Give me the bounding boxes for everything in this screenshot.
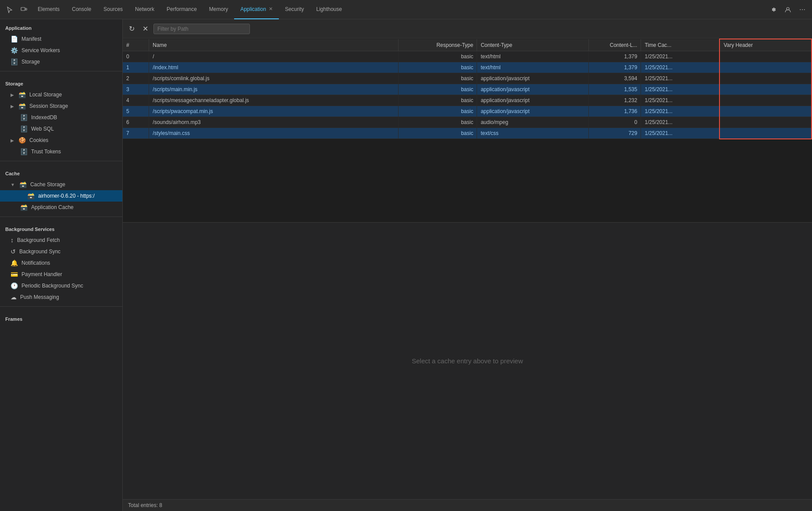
cookies-icon: 🍪 — [18, 137, 26, 144]
cache-storage-icon: 🗃️ — [19, 181, 27, 188]
filter-bar: ↻ ✕ — [123, 19, 812, 39]
toolbar-right: ⋯ — [767, 4, 808, 15]
table-row[interactable]: 5/scripts/pwacompat.min.jsbasicapplicati… — [123, 106, 812, 117]
more-icon-btn[interactable]: ⋯ — [797, 4, 808, 15]
bg-fetch-icon: ↕ — [11, 237, 14, 244]
table-row[interactable]: 3/scripts/main.min.jsbasicapplication/ja… — [123, 84, 812, 95]
sidebar-section-application: Application — [0, 19, 122, 33]
local-storage-icon: 🗃️ — [18, 91, 26, 98]
sidebar-item-web-sql[interactable]: 🗄️ Web SQL — [0, 123, 122, 135]
content-footer: Total entries: 8 — [123, 499, 812, 511]
manifest-icon: 📄 — [11, 35, 18, 43]
bg-sync-icon: ↺ — [11, 248, 16, 255]
table-row[interactable]: 7/styles/main.cssbasictext/css7291/25/20… — [123, 128, 812, 139]
sidebar-item-bg-sync[interactable]: ↺ Background Sync — [0, 246, 122, 257]
divider-1 — [0, 71, 122, 71]
service-workers-icon: ⚙️ — [11, 47, 18, 54]
preview-area: Select a cache entry above to preview — [123, 223, 812, 499]
top-toolbar: Elements Console Sources Network Perform… — [0, 0, 812, 19]
sidebar-item-periodic-bg-sync[interactable]: 🕐 Periodic Background Sync — [0, 280, 122, 291]
sidebar-item-indexeddb[interactable]: 🗄️ IndexedDB — [0, 112, 122, 123]
col-header-vary[interactable]: Vary Header — [719, 39, 812, 51]
tab-application-close[interactable]: ✕ — [269, 6, 273, 12]
tab-performance[interactable]: Performance — [160, 0, 203, 19]
sidebar-section-cache: Cache — [0, 165, 122, 179]
col-header-content-type[interactable]: Content-Type — [477, 39, 588, 51]
periodic-bg-sync-icon: 🕐 — [11, 282, 18, 289]
table-row[interactable]: 6/sounds/airhorn.mp3basicaudio/mpeg01/25… — [123, 117, 812, 128]
tab-console[interactable]: Console — [66, 0, 97, 19]
payment-handler-icon: 💳 — [11, 271, 18, 278]
svg-rect-0 — [21, 7, 25, 11]
tab-application[interactable]: Application ✕ — [234, 0, 279, 19]
expand-arrow-session: ▶ — [11, 104, 14, 109]
web-sql-icon: 🗄️ — [20, 125, 28, 132]
col-header-num[interactable]: # — [123, 39, 149, 51]
sidebar-section-bg-services: Background Services — [0, 220, 122, 234]
tab-sources[interactable]: Sources — [97, 0, 129, 19]
airhorner-icon: 🗃️ — [27, 192, 35, 199]
tab-network[interactable]: Network — [129, 0, 160, 19]
sidebar-item-airhorner[interactable]: 🗃️ airhorner-0.6.20 - https:/ — [0, 190, 122, 202]
session-storage-icon: 🗃️ — [18, 103, 26, 110]
divider-2 — [0, 161, 122, 161]
tab-memory[interactable]: Memory — [203, 0, 234, 19]
expand-arrow-cache: ▼ — [11, 182, 15, 187]
tab-security[interactable]: Security — [279, 0, 310, 19]
indexeddb-icon: 🗄️ — [20, 114, 28, 121]
clear-button[interactable]: ✕ — [140, 23, 151, 34]
divider-4 — [0, 306, 122, 307]
table-row[interactable]: 1/index.htmlbasictext/html1,3791/25/2021… — [123, 62, 812, 73]
sidebar-item-cookies[interactable]: ▶ 🍪 Cookies — [0, 135, 122, 146]
sidebar-item-bg-fetch[interactable]: ↕ Background Fetch — [0, 234, 122, 246]
tab-bar: Elements Console Sources Network Perform… — [32, 0, 765, 19]
storage-icon: 🗄️ — [11, 58, 18, 65]
sidebar-item-push-messaging[interactable]: ☁ Push Messaging — [0, 291, 122, 303]
refresh-button[interactable]: ↻ — [126, 23, 137, 34]
sidebar-section-frames: Frames — [0, 310, 122, 324]
expand-arrow-cookies: ▶ — [11, 138, 14, 143]
sidebar-item-notifications[interactable]: 🔔 Notifications — [0, 257, 122, 269]
cache-table-container: # Name Response-Type Content-Type Conten… — [123, 39, 812, 223]
sidebar-item-storage[interactable]: 🗄️ Storage — [0, 56, 122, 67]
table-row[interactable]: 4/scripts/messagechanneladapter.global.j… — [123, 95, 812, 106]
sidebar-item-service-workers[interactable]: ⚙️ Service Workers — [0, 45, 122, 56]
sidebar-section-storage: Storage — [0, 75, 122, 89]
device-icon-btn[interactable] — [18, 4, 30, 15]
svg-rect-1 — [25, 8, 27, 10]
sidebar-item-session-storage[interactable]: ▶ 🗃️ Session Storage — [0, 100, 122, 112]
main-layout: Application 📄 Manifest ⚙️ Service Worker… — [0, 19, 812, 511]
sidebar: Application 📄 Manifest ⚙️ Service Worker… — [0, 19, 123, 511]
sidebar-item-payment-handler[interactable]: 💳 Payment Handler — [0, 269, 122, 280]
content-area: ↻ ✕ # Name Response-Type Content-Type Co… — [123, 19, 812, 511]
sidebar-item-cache-storage[interactable]: ▼ 🗃️ Cache Storage — [0, 179, 122, 190]
sidebar-item-manifest[interactable]: 📄 Manifest — [0, 33, 122, 45]
col-header-name[interactable]: Name — [149, 39, 399, 51]
cache-table: # Name Response-Type Content-Type Conten… — [123, 39, 812, 139]
trust-tokens-icon: 🗄️ — [20, 148, 28, 155]
push-messaging-icon: ☁ — [11, 294, 17, 301]
cursor-icon-btn[interactable] — [4, 4, 16, 15]
app-cache-icon: 🗃️ — [20, 204, 28, 211]
sidebar-item-trust-tokens[interactable]: 🗄️ Trust Tokens — [0, 146, 122, 157]
table-row[interactable]: 0/basictext/html1,3791/25/2021... — [123, 51, 812, 62]
notifications-icon: 🔔 — [11, 259, 18, 266]
tab-elements[interactable]: Elements — [32, 0, 66, 19]
total-entries-label: Total entries: 8 — [128, 502, 162, 508]
table-row[interactable]: 2/scripts/comlink.global.jsbasicapplicat… — [123, 73, 812, 84]
filter-input[interactable] — [153, 24, 250, 34]
sidebar-item-app-cache[interactable]: 🗃️ Application Cache — [0, 202, 122, 213]
expand-arrow-local: ▶ — [11, 92, 14, 97]
col-header-response[interactable]: Response-Type — [398, 39, 477, 51]
col-header-time-cached[interactable]: Time Cac... — [641, 39, 720, 51]
col-header-content-length[interactable]: Content-L... — [588, 39, 641, 51]
divider-3 — [0, 216, 122, 217]
preview-hint: Select a cache entry above to preview — [412, 357, 523, 365]
tab-lighthouse[interactable]: Lighthouse — [310, 0, 348, 19]
settings-icon-btn[interactable] — [767, 4, 779, 15]
profile-icon-btn[interactable] — [782, 4, 794, 15]
sidebar-item-local-storage[interactable]: ▶ 🗃️ Local Storage — [0, 89, 122, 100]
